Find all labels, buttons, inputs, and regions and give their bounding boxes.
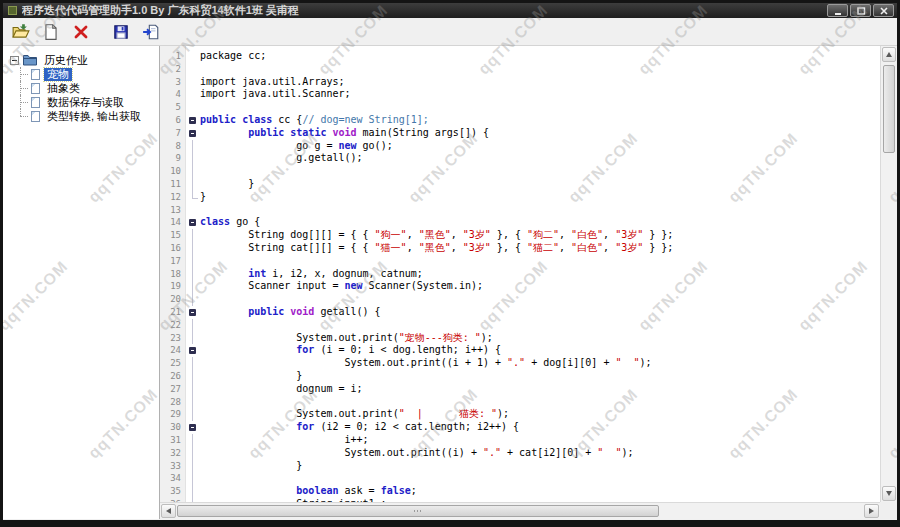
- code-line[interactable]: 34: [160, 472, 880, 485]
- tree-item[interactable]: 数据保存与读取: [3, 95, 159, 109]
- vertical-scroll-thumb[interactable]: [883, 65, 895, 153]
- line-number: 10: [160, 165, 186, 178]
- line-number: 19: [160, 280, 186, 293]
- code-line[interactable]: 20: [160, 293, 880, 306]
- code-line[interactable]: 32System.out.print((i) + "." + cat[i2][0…: [160, 447, 880, 460]
- tree-item[interactable]: 类型转换, 输出获取: [3, 109, 159, 123]
- delete-button[interactable]: [70, 21, 92, 43]
- code-line[interactable]: 29System.out.print(" | 猫类: ");: [160, 408, 880, 421]
- window-title: 程序迭代代码管理助手1.0 By 广东科贸14软件1班 吴甫程: [22, 3, 827, 18]
- code-line[interactable]: 17: [160, 255, 880, 268]
- code-text: for (i2 = 0; i2 < cat.length; i2++) {: [200, 421, 519, 434]
- code-text: public void getall() {: [200, 306, 381, 319]
- code-line[interactable]: 33}: [160, 460, 880, 473]
- new-file-icon: [42, 23, 60, 41]
- code-line[interactable]: 15String dog[][] = { { "狗一", "黑色", "3岁" …: [160, 229, 880, 242]
- code-line[interactable]: 26}: [160, 370, 880, 383]
- code-line[interactable]: 31i++;: [160, 434, 880, 447]
- code-line[interactable]: 13: [160, 204, 880, 217]
- code-line[interactable]: 35boolean ask = false;: [160, 485, 880, 498]
- code-line[interactable]: 1package cc;: [160, 50, 880, 63]
- code-line[interactable]: 23System.out.print("宠物---狗类: ");: [160, 332, 880, 345]
- maximize-button[interactable]: [850, 4, 871, 17]
- code-line[interactable]: 10: [160, 165, 880, 178]
- close-button[interactable]: [873, 4, 894, 17]
- fold-marker-icon[interactable]: [186, 421, 200, 434]
- line-number: 24: [160, 344, 186, 357]
- vertical-scrollbar[interactable]: [880, 46, 897, 502]
- code-line[interactable]: 9g.getall();: [160, 152, 880, 165]
- code-line[interactable]: 3import java.util.Arrays;: [160, 76, 880, 89]
- fold-margin: [186, 370, 200, 383]
- code-editor[interactable]: 1package cc;23import java.util.Arrays;4i…: [160, 46, 897, 519]
- code-line[interactable]: 21public void getall() {: [160, 306, 880, 319]
- scroll-right-button[interactable]: [864, 504, 879, 518]
- code-viewport[interactable]: 1package cc;23import java.util.Arrays;4i…: [160, 46, 880, 502]
- fold-margin: [186, 408, 200, 421]
- code-line[interactable]: 2: [160, 63, 880, 76]
- fold-margin: [186, 472, 200, 485]
- code-line[interactable]: 11}: [160, 178, 880, 191]
- line-number: 16: [160, 242, 186, 255]
- tree-item[interactable]: 抽象类: [3, 81, 159, 95]
- code-text: go g = new go();: [200, 140, 393, 153]
- save-button[interactable]: [110, 21, 132, 43]
- code-line[interactable]: 16String cat[][] = { { "猫一", "黑色", "3岁" …: [160, 242, 880, 255]
- tree-items: 宠物抽象类数据保存与读取类型转换, 输出获取: [3, 67, 159, 123]
- line-number: 2: [160, 63, 186, 76]
- horizontal-scrollbar[interactable]: [160, 502, 880, 519]
- fold-marker-icon[interactable]: [186, 216, 200, 229]
- code-line[interactable]: 7public static void main(String args[]) …: [160, 127, 880, 140]
- tree-root-item[interactable]: 历史作业: [3, 53, 159, 67]
- maximize-icon: [855, 5, 867, 17]
- code-line[interactable]: 28: [160, 396, 880, 409]
- new-button[interactable]: [40, 21, 62, 43]
- minimize-button[interactable]: [827, 4, 848, 17]
- scroll-left-button[interactable]: [161, 504, 176, 518]
- code-line[interactable]: 24for (i = 0; i < dog.length; i++) {: [160, 344, 880, 357]
- save-icon: [112, 23, 130, 41]
- code-line[interactable]: 4import java.util.Scanner;: [160, 88, 880, 101]
- tree-item[interactable]: 宠物: [3, 67, 159, 81]
- fold-margin: [186, 191, 200, 204]
- scrollbar-corner: [880, 502, 897, 519]
- line-number: 22: [160, 319, 186, 332]
- line-number: 34: [160, 472, 186, 485]
- code-line[interactable]: 27dognum = i;: [160, 383, 880, 396]
- open-button[interactable]: [10, 21, 32, 43]
- fold-margin: [186, 229, 200, 242]
- tree-connector-line: [18, 109, 29, 123]
- line-number: 5: [160, 101, 186, 114]
- fold-margin: [186, 434, 200, 447]
- code-line[interactable]: 14class go {: [160, 216, 880, 229]
- scroll-up-button[interactable]: [882, 47, 896, 62]
- code-line[interactable]: 25System.out.print((i + 1) + "." + dog[i…: [160, 357, 880, 370]
- fold-marker-icon[interactable]: [186, 306, 200, 319]
- minimize-icon: [832, 5, 844, 17]
- line-number: 8: [160, 140, 186, 153]
- horizontal-scroll-thumb[interactable]: [177, 505, 659, 517]
- code-line[interactable]: 18int i, i2, x, dognum, catnum;: [160, 268, 880, 281]
- fold-margin: [186, 50, 200, 63]
- collapse-expander-icon[interactable]: [10, 56, 19, 65]
- code-line[interactable]: 19Scanner input = new Scanner(System.in)…: [160, 280, 880, 293]
- code-line[interactable]: 6public class cc {// dog=new String[1];: [160, 114, 880, 127]
- fold-marker-icon[interactable]: [186, 127, 200, 140]
- history-tree-panel: 历史作业 宠物抽象类数据保存与读取类型转换, 输出获取: [3, 46, 160, 519]
- fold-marker-icon[interactable]: [186, 344, 200, 357]
- code-line[interactable]: 22: [160, 319, 880, 332]
- code-line[interactable]: 8go g = new go();: [160, 140, 880, 153]
- fold-marker-icon[interactable]: [186, 114, 200, 127]
- code-text: public class cc {// dog=new String[1];: [200, 114, 429, 127]
- line-number: 17: [160, 255, 186, 268]
- scroll-down-button[interactable]: [882, 486, 896, 501]
- code-line[interactable]: 12}: [160, 191, 880, 204]
- code-text: }: [200, 191, 206, 204]
- code-line[interactable]: 30for (i2 = 0; i2 < cat.length; i2++) {: [160, 421, 880, 434]
- fold-margin: [186, 152, 200, 165]
- code-line[interactable]: 5: [160, 101, 880, 114]
- code-text: for (i = 0; i < dog.length; i++) {: [200, 344, 501, 357]
- import-button[interactable]: [140, 21, 162, 43]
- line-number: 14: [160, 216, 186, 229]
- code-text: System.out.print("宠物---狗类: ");: [200, 332, 493, 345]
